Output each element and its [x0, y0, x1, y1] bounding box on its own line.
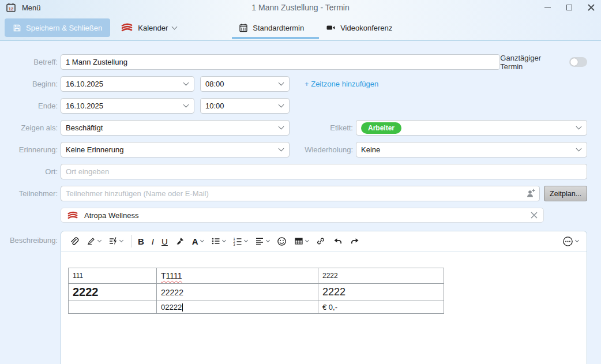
attach-button[interactable] [69, 237, 79, 246]
location-label: Ort: [0, 167, 58, 176]
all-day-toggle[interactable] [569, 57, 587, 67]
table-cell[interactable]: 111 [69, 268, 157, 284]
chevron-down-icon [172, 24, 178, 29]
window-header: 12 Menü 1 Mann Zustellung - Termin Speic… [0, 0, 601, 41]
chevron-down-icon [279, 102, 284, 108]
reminder-label: Erinnerung: [0, 145, 58, 154]
close-icon [588, 4, 595, 11]
table-cell[interactable]: 02222 [157, 301, 318, 314]
recurrence-label: Wiederholung: [290, 145, 353, 154]
redo-arrow-icon [350, 237, 360, 246]
editor-content[interactable]: 111 T1111 2222 2222 22222 2222 02222 € 0… [61, 252, 587, 314]
undo-button[interactable] [333, 237, 343, 246]
chevron-down-icon [200, 238, 204, 242]
attendee-name: Atropa Wellness [84, 211, 138, 220]
reminder-recurrence-row: Erinnerung: Keine Erinnerung Wiederholun… [0, 142, 587, 157]
format-painter-button[interactable] [175, 237, 185, 246]
insert-link-button[interactable] [316, 237, 325, 246]
underline-label: U [161, 237, 168, 246]
table-cell[interactable]: € 0,- [318, 301, 444, 314]
table-cell[interactable]: T1111 [157, 268, 318, 284]
start-time-combo[interactable]: 08:00 [200, 76, 290, 92]
app-calendar-icon: 12 [6, 2, 16, 13]
table-row: 02222 € 0,- [69, 301, 444, 314]
chevron-down-icon [575, 238, 579, 242]
end-date-value: 16.10.2025 [66, 102, 103, 110]
description-table: 111 T1111 2222 2222 22222 2222 02222 € 0… [68, 268, 444, 314]
subject-input[interactable] [61, 54, 500, 70]
location-row: Ort: [0, 164, 587, 179]
close-button[interactable] [587, 3, 595, 12]
start-date-combo[interactable]: 16.10.2025 [61, 76, 194, 92]
chevron-down-icon [576, 124, 582, 130]
menu-button[interactable]: Menü [22, 3, 41, 12]
chevron-down-icon [183, 102, 189, 108]
description-row: Beschreibung: [0, 231, 587, 364]
tab-videokonferenz-label: Videokonferenz [340, 24, 392, 32]
table-cell[interactable]: 22222 [157, 284, 318, 301]
show-as-select[interactable]: Beschäftigt [61, 120, 290, 136]
end-time-combo[interactable]: 10:00 [200, 98, 290, 114]
minimize-button[interactable] [543, 3, 551, 12]
attendees-input[interactable] [61, 186, 540, 201]
bullet-list-button[interactable] [211, 237, 226, 246]
misspelled-word: T1111 [161, 271, 182, 280]
redo-button[interactable] [350, 237, 360, 246]
pen-icon [87, 237, 96, 246]
toolbar-divider [132, 235, 132, 247]
alignment-button[interactable] [255, 237, 269, 246]
window-title: 1 Mann Zustellung - Termin [0, 3, 601, 12]
link-icon [316, 237, 325, 246]
add-person-icon[interactable] [525, 189, 535, 198]
attendees-label: Teilnehmer: [0, 189, 58, 198]
quicktext-lightning-icon [108, 237, 118, 246]
calendar-account-selector[interactable]: Kalender [121, 23, 176, 32]
svg-text:3: 3 [233, 243, 235, 246]
numbered-list-button[interactable]: 1 2 3 [233, 237, 247, 246]
table-cell[interactable]: 2222 [318, 284, 444, 301]
font-format-button[interactable]: A [192, 237, 204, 246]
emoji-button[interactable] [277, 237, 287, 246]
titlebar: 12 Menü 1 Mann Zustellung - Termin [0, 0, 601, 15]
tab-standardtermin[interactable]: Standardtermin [232, 15, 319, 40]
numbered-list-icon: 1 2 3 [233, 237, 242, 246]
table-row: 111 T1111 2222 [69, 268, 444, 284]
save-close-button[interactable]: Speichern & Schließen [5, 18, 110, 37]
tag-select[interactable]: Arbeiter [356, 120, 587, 136]
table-cell[interactable]: 2222 [318, 268, 444, 284]
table-cell[interactable] [69, 301, 157, 314]
tab-videokonferenz[interactable]: Videokonferenz [319, 15, 407, 40]
more-options-button[interactable] [562, 236, 579, 247]
add-timezone-link[interactable]: + Zeitzone hinzufügen [305, 80, 378, 88]
paperclip-icon [69, 237, 79, 246]
attendee-list-item[interactable]: Atropa Wellness [61, 208, 544, 223]
reminder-select[interactable]: Keine Erinnerung [61, 142, 290, 157]
bold-button[interactable]: B [138, 237, 144, 246]
location-input[interactable] [61, 164, 587, 179]
chevron-down-icon [244, 238, 248, 242]
end-time-value: 10:00 [205, 102, 224, 110]
show-as-value: Beschäftigt [66, 123, 103, 132]
schedule-button[interactable]: Zeitplan... [544, 186, 587, 201]
italic-button[interactable]: I [152, 237, 154, 246]
remove-attendee-icon[interactable] [531, 212, 538, 219]
signature-button[interactable] [87, 237, 101, 246]
all-day-label: Ganztägiger Termin [500, 54, 565, 71]
quicktext-button[interactable] [108, 237, 123, 246]
table-cell[interactable]: 2222 [69, 284, 157, 301]
maximize-icon [566, 5, 572, 10]
toolbar: Speichern & Schließen Kalender [0, 15, 601, 40]
chevron-down-icon [97, 238, 102, 242]
tag-badge: Arbeiter [361, 122, 401, 134]
text-caret [182, 303, 183, 312]
maximize-button[interactable] [565, 3, 573, 12]
recurrence-select[interactable]: Keine [356, 142, 587, 157]
end-date-combo[interactable]: 16.10.2025 [61, 98, 194, 114]
underline-button[interactable]: U [161, 237, 168, 246]
table-icon [294, 237, 303, 246]
show-as-label: Zeigen als: [0, 123, 58, 132]
insert-table-button[interactable] [294, 237, 309, 246]
appointment-form: Betreff: Ganztägiger Termin Beginn: 16.1… [0, 41, 601, 364]
chevron-down-icon [119, 238, 123, 242]
paintbrush-icon [175, 237, 185, 246]
